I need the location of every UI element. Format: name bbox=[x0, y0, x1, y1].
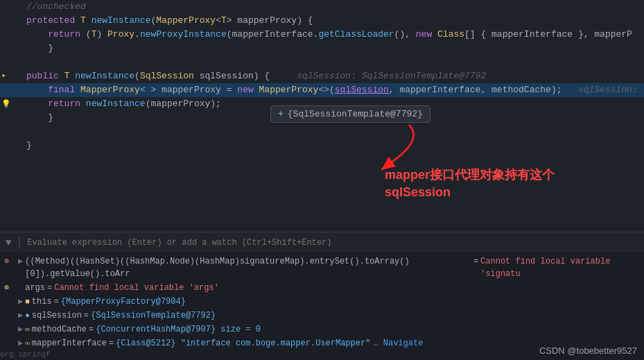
line-content-3: return (T) Proxy.newProxyInstance(mapper… bbox=[21, 28, 644, 42]
code-line-5 bbox=[0, 55, 644, 69]
entry-val-4: {SqlSessionTemplate@7792} bbox=[91, 309, 216, 322]
entry-val-1: Cannot find local variable 'signatu bbox=[480, 255, 640, 280]
entry-eq-1: = bbox=[473, 255, 478, 268]
line-content-1: //unchecked bbox=[21, 0, 644, 14]
entry-eq-4: = bbox=[84, 309, 89, 322]
code-line-1: //unchecked bbox=[0, 0, 644, 14]
main-container: //unchecked protected T newInstance(Mapp… bbox=[0, 0, 644, 360]
line-content-2: protected T newInstance(MapperProxy<T> m… bbox=[21, 14, 644, 28]
entry-val-3: {MapperProxyFactory@7904} bbox=[61, 295, 186, 308]
entry-key-5: methodCache bbox=[32, 323, 87, 336]
code-line-7: final MapperProxy< > mapperProxy = new M… bbox=[0, 83, 644, 97]
evaluate-input[interactable] bbox=[27, 238, 638, 248]
debug-entry-3: ▶ ■ this = {MapperProxyFactory@7904} bbox=[0, 295, 644, 309]
line-content-7: final MapperProxy< > mapperProxy = new M… bbox=[21, 83, 644, 97]
code-line-4: } bbox=[0, 42, 644, 55]
entry-key-1: ((Method)((HashSet)((HashMap.Node)(HashM… bbox=[25, 255, 471, 280]
line-content-11: } bbox=[21, 139, 644, 153]
annotation: mapper接口代理对象持有这个 sqlSession bbox=[385, 166, 555, 201]
error-icon-1: ⊗ bbox=[4, 255, 15, 268]
expand-6[interactable]: ▶ bbox=[18, 337, 23, 350]
debug-entries: ⊗ ▶ ((Method)((HashSet)((HashMap.Node)(H… bbox=[0, 253, 644, 360]
code-line-11: } bbox=[0, 139, 644, 153]
toolbar-separator: | bbox=[15, 236, 23, 250]
line-content-4: } bbox=[21, 42, 644, 55]
line-content-6: public T newInstance(SqlSession sqlSessi… bbox=[21, 69, 644, 83]
debug-entry-1: ⊗ ▶ ((Method)((HashSet)((HashMap.Node)(H… bbox=[0, 255, 644, 281]
info-icon-4 bbox=[4, 309, 15, 322]
expand-3[interactable]: ▶ bbox=[18, 295, 23, 308]
tooltip-plus-icon: + bbox=[278, 109, 284, 119]
warn-icon-2: ⊗ bbox=[4, 282, 15, 294]
annotation-text: mapper接口代理对象持有这个 sqlSession bbox=[385, 166, 555, 201]
code-line-10 bbox=[0, 125, 644, 139]
entry-key-6: mapperInterface bbox=[32, 337, 107, 350]
line-content-5 bbox=[21, 55, 644, 69]
code-line-2: protected T newInstance(MapperProxy<T> m… bbox=[0, 14, 644, 28]
entry-eq-6: = bbox=[109, 337, 114, 350]
expand-2 bbox=[18, 282, 23, 294]
info-icon-5 bbox=[4, 323, 15, 336]
info-icon-3 bbox=[4, 295, 15, 308]
line-content-10 bbox=[21, 125, 644, 139]
debug-entry-4: ▶ ● sqlSession = {SqlSessionTemplate@779… bbox=[0, 309, 644, 323]
bulb-icon[interactable]: 💡 bbox=[1, 97, 11, 111]
expand-5[interactable]: ▶ bbox=[18, 323, 23, 336]
entry-key-4: sqlSession bbox=[32, 309, 82, 322]
code-line-6: ➤ public T newInstance(SqlSession sqlSes… bbox=[0, 69, 644, 83]
debug-entry-2: ⊗ args = Cannot find local variable 'arg… bbox=[0, 281, 644, 295]
entry-eq-3: = bbox=[54, 295, 59, 308]
info-icon-6 bbox=[4, 337, 15, 350]
expand-1[interactable]: ▶ bbox=[18, 255, 23, 268]
bottom-left-text: org.springf bbox=[0, 350, 51, 359]
debug-panel: ▼ | ⊗ ▶ ((Method)((HashSet)((HashMap.Nod… bbox=[0, 232, 644, 360]
entry-val-5: {ConcurrentHashMap@7907} size = 0 bbox=[96, 323, 261, 336]
code-line-3: return (T) Proxy.newProxyInstance(mapper… bbox=[0, 28, 644, 42]
entry-val-6: {Class@5212} "interface com.boge.mapper.… bbox=[116, 337, 370, 350]
tooltip-text: {SqlSessionTemplate@7792} bbox=[288, 109, 423, 119]
csdn-watermark: CSDN @tobebetter9527 bbox=[539, 345, 637, 356]
debug-arrow-icon: ➤ bbox=[1, 69, 6, 83]
debug-tooltip[interactable]: + {SqlSessionTemplate@7792} bbox=[270, 105, 430, 123]
navigate-link-6[interactable]: … Navigate bbox=[373, 337, 423, 350]
code-editor: //unchecked protected T newInstance(Mapp… bbox=[0, 0, 644, 232]
entry-eq-5: = bbox=[89, 323, 94, 336]
debug-entry-5: ▶ ∞ methodCache = {ConcurrentHashMap@790… bbox=[0, 323, 644, 336]
debug-toolbar: ▼ | bbox=[0, 232, 644, 253]
entry-val-2: Cannot find local variable 'args' bbox=[54, 282, 219, 294]
expand-4[interactable]: ▶ bbox=[18, 309, 23, 322]
entry-key-2: args bbox=[25, 282, 45, 294]
entry-eq-2: = bbox=[47, 282, 52, 294]
filter-icon[interactable]: ▼ bbox=[6, 237, 11, 248]
entry-key-3: this bbox=[32, 295, 52, 308]
